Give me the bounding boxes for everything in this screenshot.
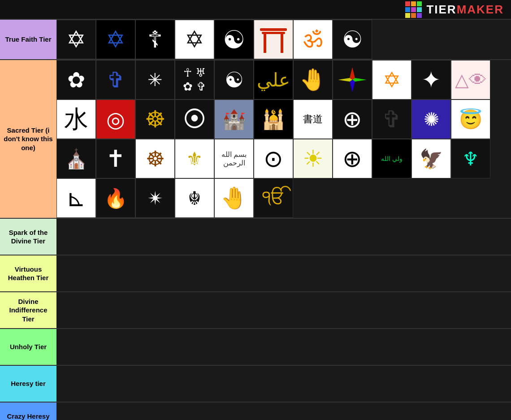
tier-content-true-faith: ✡ ✡ ☦ ✡ ☯ ॐ ☯ — [56, 20, 511, 59]
logo-dot-3 — [417, 1, 422, 6]
symbol-star8: ✦ — [411, 60, 451, 100]
symbol-orthodox-cross: ☦ — [135, 20, 175, 59]
tier-row-sacred: Sacred Tier (i don't know this one) ✿ ✞ … — [0, 60, 511, 219]
symbol-target: ⊙ — [254, 139, 293, 178]
tier-list: True Faith Tier ✡ ✡ ☦ ✡ ☯ — [0, 20, 511, 420]
symbol-arabic2: ولي الله — [372, 139, 411, 178]
symbol-tower: 🏰 — [214, 100, 254, 139]
symbol-chaos-star: ✳ — [135, 60, 175, 100]
logo-dot-8 — [411, 13, 416, 18]
svg-rect-3 — [281, 34, 283, 53]
symbol-torii — [254, 20, 293, 59]
symbol-zoroastrian: 🦅 — [411, 139, 451, 178]
svg-rect-0 — [260, 28, 287, 31]
symbol-angel: 😇 — [451, 100, 490, 139]
logo-dot-1 — [405, 1, 410, 6]
symbol-yin-fish: ☯ — [214, 60, 254, 100]
logo-dot-7 — [405, 13, 410, 18]
symbol-4color-star — [333, 60, 372, 100]
tier-row-crazy-heresy: Crazy Heresy Tier — [0, 403, 511, 420]
tier-label-true-faith: True Faith Tier — [0, 20, 56, 59]
tier-label-crazy-heresy: Crazy Heresy Tier — [0, 403, 56, 420]
logo-dot-5 — [411, 7, 416, 12]
symbol-ek-onkar: ੴ — [254, 178, 293, 218]
header: TIERMAKER — [0, 0, 511, 20]
logo-dot-4 — [405, 7, 410, 12]
symbol-ali: علي — [254, 60, 293, 100]
symbol-water-kanji: 水 — [56, 100, 96, 139]
symbol-black-circle: ⦿ — [175, 100, 214, 139]
tier-label-spark: Spark of the Divine Tier — [0, 219, 56, 255]
tier-row-unholy: Unholy Tier — [0, 329, 511, 366]
tier-label-divine-indiff: Divine Indifference Tier — [0, 292, 56, 328]
tier-row-true-faith: True Faith Tier ✡ ✡ ☦ ✡ ☯ — [0, 20, 511, 60]
symbol-bagua: ☯ — [333, 20, 372, 59]
logo-dot-6 — [417, 7, 422, 12]
tier-label-sacred: Sacred Tier (i don't know this one) — [0, 60, 56, 218]
svg-marker-8 — [352, 78, 367, 82]
svg-rect-5 — [281, 39, 282, 41]
tier-content-virtuous — [56, 255, 511, 291]
tier-content-heresy — [56, 366, 511, 402]
symbol-eye-triangle: △👁 — [451, 60, 490, 100]
tier-content-unholy — [56, 329, 511, 365]
symbol-v-circle: ⊾ — [56, 178, 96, 218]
tier-content-spark — [56, 219, 511, 255]
tier-row-virtuous: Virtuous Heathen Tier — [0, 255, 511, 292]
svg-rect-2 — [264, 34, 266, 53]
svg-rect-4 — [264, 39, 266, 41]
symbol-cross-circle: ⊕ — [333, 100, 372, 139]
logo-text: TIERMAKER — [426, 3, 504, 17]
symbol-chaos2: ✴ — [135, 178, 175, 218]
symbol-mosque: 🕌 — [254, 100, 293, 139]
symbol-tower2: ⛪ — [56, 139, 96, 178]
tier-row-divine-indiff: Divine Indifference Tier — [0, 292, 511, 329]
symbol-multi: ☥ ♅✿ ✞ — [175, 60, 214, 100]
symbol-cross2: ✝ — [96, 139, 135, 178]
tier-row-heresy: Heresy tier — [0, 366, 511, 403]
symbol-cross-circle2: ⊕ — [333, 139, 372, 178]
tier-content-sacred: ✿ ✞ ✳ ☥ ♅✿ ✞ ☯ علي 🤚 — [56, 60, 511, 218]
svg-marker-7 — [350, 67, 355, 80]
svg-rect-1 — [262, 32, 285, 34]
symbol-khanda: ✡ — [372, 60, 411, 100]
tier-content-divine-indiff — [56, 292, 511, 328]
symbol-om: ॐ — [293, 20, 333, 59]
tier-label-virtuous: Virtuous Heathen Tier — [0, 255, 56, 291]
symbol-tau-cross: ♆ — [451, 139, 490, 178]
torii-svg — [260, 24, 287, 55]
symbol-flame: 🔥 — [96, 178, 135, 218]
symbol-arabic-text: بسم الله الرحمن — [214, 139, 254, 178]
symbol-cross-wheel: ☸ — [135, 139, 175, 178]
tier-label-unholy: Unholy Tier — [0, 329, 56, 365]
symbol-star-blue: ✡ — [96, 20, 135, 59]
tier-row-spark: Spark of the Divine Tier — [0, 219, 511, 255]
tiermaker-logo: TIERMAKER — [405, 1, 504, 18]
symbol-star-outline: ✡ — [175, 20, 214, 59]
svg-marker-10 — [338, 78, 352, 82]
symbol-sun: ☀ — [293, 139, 333, 178]
tier-content-crazy-heresy — [56, 403, 511, 420]
svg-marker-9 — [350, 80, 355, 92]
symbol-dharmachakra: ☸ — [135, 100, 175, 139]
symbol-hamsa: 🤚 — [293, 60, 333, 100]
symbol-yin-yang: ☯ — [214, 20, 254, 59]
logo-dot-9 — [417, 13, 422, 18]
logo-dot-2 — [411, 1, 416, 6]
logo-grid — [405, 1, 422, 18]
tier-label-heresy: Heresy tier — [0, 366, 56, 402]
symbol-calligraphy: 書道 — [293, 100, 333, 139]
symbol-red-circle: ◎ — [96, 100, 135, 139]
symbol-khanda2: ☬ — [175, 178, 214, 218]
star-4color-svg — [338, 65, 367, 94]
symbol-papal: ⚜ — [175, 139, 214, 178]
symbol-armenian-cross: ✞ — [96, 60, 135, 100]
symbol-mandala: ✺ — [411, 100, 451, 139]
symbol-flower: ✿ — [56, 60, 96, 100]
symbol-jain-hand: 🤚 — [214, 178, 254, 218]
symbol-star-cross: ✡ — [56, 20, 96, 59]
symbol-cross-dark: ✞ — [372, 100, 411, 139]
